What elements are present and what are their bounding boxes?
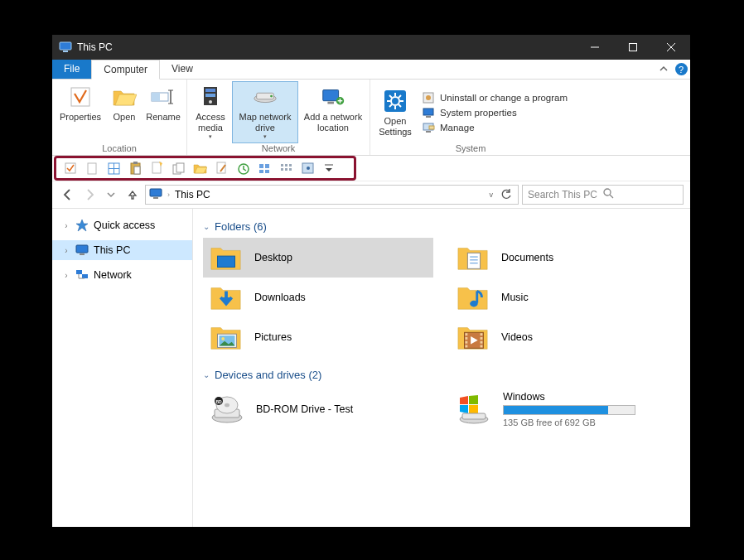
- ribbon-group-network-label: Network: [191, 143, 366, 155]
- drive-name: BD-ROM Drive - Test: [256, 403, 353, 415]
- qat-paste-icon[interactable]: [128, 161, 143, 176]
- media-server-icon: [197, 84, 224, 110]
- drive-space-bar: [503, 405, 635, 415]
- properties-button[interactable]: Properties: [56, 81, 105, 125]
- svg-rect-63: [289, 168, 292, 171]
- devices-section-header[interactable]: ⌄ Devices and drives (2): [203, 369, 680, 381]
- svg-rect-20: [327, 102, 334, 104]
- add-network-location-icon: [320, 84, 346, 110]
- manage-label: Manage: [440, 123, 475, 133]
- sidebar-item-network[interactable]: › Network: [52, 265, 192, 285]
- folders-section-header[interactable]: ⌄ Folders (6): [203, 220, 680, 233]
- address-bar[interactable]: › This PC v: [145, 185, 519, 205]
- folder-music[interactable]: Music: [450, 278, 680, 317]
- collapse-ribbon-button[interactable]: [655, 60, 672, 79]
- svg-rect-13: [205, 89, 215, 92]
- breadcrumb-separator-icon[interactable]: ›: [167, 191, 170, 199]
- desktop-folder-icon: [210, 241, 243, 274]
- svg-rect-6: [71, 88, 89, 106]
- system-properties-link[interactable]: System properties: [422, 106, 568, 119]
- tab-computer[interactable]: Computer: [91, 60, 160, 80]
- svg-rect-89: [465, 341, 467, 344]
- add-network-location-button[interactable]: Add a network location: [300, 81, 366, 135]
- help-button[interactable]: ?: [672, 60, 690, 79]
- qat-new-item-icon[interactable]: [149, 161, 164, 176]
- recent-locations-button[interactable]: [102, 186, 120, 204]
- refresh-button[interactable]: [498, 189, 515, 200]
- window-title: This PC: [77, 41, 113, 53]
- svg-rect-67: [150, 189, 162, 196]
- search-input[interactable]: Search This PC: [522, 185, 684, 205]
- ribbon-group-location-label: Location: [56, 143, 183, 155]
- navigation-bar: › This PC v Search This PC: [52, 181, 690, 209]
- expander-icon[interactable]: ›: [62, 271, 70, 280]
- svg-rect-49: [152, 162, 161, 173]
- open-settings-button[interactable]: Open Settings: [374, 85, 417, 139]
- svg-rect-37: [426, 116, 431, 118]
- map-network-drive-button[interactable]: Map network drive▾: [232, 81, 298, 143]
- sidebar-item-this-pc[interactable]: › This PC: [52, 240, 192, 260]
- qat-large-icons-icon[interactable]: [257, 161, 272, 176]
- qat-checkbox-icon[interactable]: [63, 161, 78, 176]
- svg-rect-68: [153, 197, 158, 199]
- tab-view[interactable]: View: [160, 60, 205, 79]
- folder-desktop[interactable]: Desktop: [203, 238, 433, 278]
- access-media-button[interactable]: Access media▾: [191, 81, 230, 143]
- svg-rect-77: [218, 256, 235, 267]
- svg-rect-90: [465, 345, 467, 348]
- qat-panes-icon[interactable]: [106, 161, 121, 176]
- uninstall-label: Uninstall or change a program: [440, 93, 568, 103]
- folder-downloads[interactable]: Downloads: [203, 278, 433, 317]
- drive-windows[interactable]: Windows 135 GB free of 692 GB: [450, 386, 680, 432]
- drive-bdrom[interactable]: BD BD-ROM Drive - Test: [203, 386, 433, 432]
- svg-rect-40: [429, 126, 434, 129]
- manage-icon: [422, 121, 435, 134]
- expander-icon[interactable]: ›: [62, 221, 70, 230]
- folder-label: Desktop: [254, 252, 292, 263]
- search-icon: [603, 188, 679, 201]
- rename-button[interactable]: Rename: [143, 81, 183, 125]
- svg-rect-47: [133, 162, 138, 164]
- uninstall-program-link[interactable]: Uninstall or change a program: [422, 91, 568, 104]
- bdrom-drive-icon: BD: [210, 393, 244, 425]
- tab-file[interactable]: File: [52, 60, 91, 79]
- up-button[interactable]: [123, 186, 142, 204]
- access-media-label: Access media: [192, 112, 229, 133]
- properties-label: Properties: [60, 112, 101, 123]
- manage-link[interactable]: Manage: [422, 121, 568, 134]
- qat-edit-icon[interactable]: [214, 161, 229, 176]
- qat-customize-icon[interactable]: [321, 161, 336, 176]
- svg-rect-36: [423, 109, 433, 115]
- svg-point-35: [426, 95, 431, 100]
- rename-label: Rename: [146, 112, 181, 123]
- qat-copy-icon[interactable]: [171, 161, 186, 176]
- back-button[interactable]: [59, 186, 77, 204]
- qat-history-icon[interactable]: [235, 161, 250, 176]
- svg-rect-19: [323, 90, 339, 101]
- sidebar-item-quick-access[interactable]: › Quick access: [52, 215, 192, 235]
- folder-pictures[interactable]: Pictures: [203, 317, 433, 357]
- svg-rect-60: [289, 164, 292, 167]
- address-dropdown-icon[interactable]: v: [490, 191, 494, 199]
- svg-rect-62: [285, 168, 287, 171]
- close-button[interactable]: [652, 35, 690, 60]
- qat-small-icons-icon[interactable]: [278, 161, 293, 176]
- maximize-button[interactable]: [614, 35, 652, 60]
- expander-icon[interactable]: ›: [62, 246, 70, 255]
- address-text: This PC: [175, 189, 485, 200]
- qat-hidden-items-icon[interactable]: [300, 161, 315, 176]
- svg-rect-94: [481, 345, 483, 348]
- qat-page-icon[interactable]: [85, 161, 99, 176]
- dropdown-icon: ▾: [209, 133, 212, 140]
- svg-rect-1: [63, 51, 68, 52]
- system-properties-icon: [422, 106, 435, 119]
- forward-button[interactable]: [80, 186, 99, 204]
- svg-point-69: [604, 189, 611, 196]
- drive-free-text: 135 GB free of 692 GB: [503, 418, 635, 427]
- folder-documents[interactable]: Documents: [450, 238, 680, 278]
- qat-open-folder-icon[interactable]: [192, 161, 207, 176]
- open-button[interactable]: Open: [107, 81, 142, 125]
- folder-videos[interactable]: Videos: [450, 317, 680, 357]
- minimize-button[interactable]: [576, 35, 614, 60]
- folder-label: Documents: [501, 252, 553, 263]
